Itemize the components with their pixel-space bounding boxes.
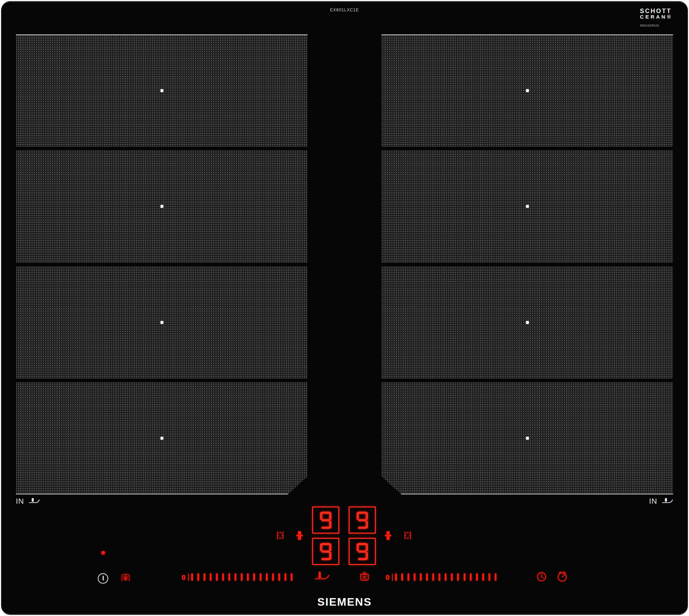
- induction-pan-icon: [662, 497, 673, 505]
- slider-tick: [445, 573, 446, 581]
- flex-zone-right: [381, 34, 673, 494]
- pan-positioning-dot: [526, 89, 529, 92]
- slider-tick: [482, 573, 484, 581]
- cooking-pot-icon[interactable]: [359, 570, 370, 582]
- slider-tick: [439, 573, 440, 581]
- slider-tick: [210, 573, 212, 581]
- slider-tick: [420, 573, 422, 581]
- slider-tick: [204, 573, 205, 581]
- in-label: IN: [649, 497, 657, 506]
- pan-positioning-dot: [526, 205, 529, 208]
- slider-tick: [401, 573, 403, 581]
- schott-text: SCHOTT: [640, 8, 672, 14]
- siemens-logo: SIEMENS: [317, 596, 372, 608]
- slider-tick: [426, 573, 428, 581]
- cooking-zone-band: [16, 150, 308, 263]
- induction-mark-right: IN: [649, 497, 673, 506]
- slider-tick: [432, 573, 434, 581]
- slider-start-tick: [392, 574, 393, 581]
- cooking-zone-band: [381, 34, 673, 147]
- flex-zone-left-icon[interactable]: [276, 530, 285, 541]
- timer-clock-icon[interactable]: [536, 572, 547, 582]
- power-level-display-rear-right[interactable]: [349, 538, 376, 565]
- power-level-display-front-left[interactable]: [312, 506, 339, 534]
- frying-sensor-icon[interactable]: [315, 571, 330, 581]
- slider-tick: [470, 573, 472, 581]
- slider-tick: [266, 573, 268, 581]
- power-level-display-front-right[interactable]: [349, 506, 376, 534]
- slider-tick: [191, 573, 193, 581]
- flex-zone-right-icon[interactable]: [403, 530, 412, 541]
- slider-tick-track: [395, 572, 496, 582]
- slider-zero-label: 0: [182, 574, 186, 581]
- kitchen-timer-icon[interactable]: [556, 571, 568, 582]
- pan-positioning-dot: [161, 205, 163, 208]
- zone-bands-right: [381, 34, 673, 494]
- slider-tick: [197, 573, 199, 581]
- schott-ceran-logo: SCHOTT CERAN® 9001029516: [640, 8, 672, 27]
- cooking-zone-band: [16, 266, 308, 379]
- slider-start-tick: [188, 574, 189, 581]
- slider-tick: [451, 573, 453, 581]
- power-icon: [103, 576, 104, 581]
- induction-mark-left: IN: [16, 497, 40, 506]
- slider-tick: [395, 573, 397, 581]
- ceran-text: CERAN®: [640, 14, 672, 20]
- power-slider-left[interactable]: 0: [182, 572, 292, 582]
- power-slider-right[interactable]: 0: [385, 572, 496, 582]
- model-number: EX601LXC1E: [330, 8, 359, 12]
- slider-tick: [489, 573, 490, 581]
- slider-tick: [228, 573, 230, 581]
- power-button[interactable]: [98, 573, 108, 584]
- pan-presence-right-icon[interactable]: [384, 531, 392, 540]
- slider-tick-track: [191, 572, 292, 582]
- cooking-zone-band: [16, 382, 308, 494]
- slider-tick: [222, 573, 224, 581]
- induction-cooktop: EX601LXC1E SCHOTT CERAN® 9001029516 IN I…: [0, 0, 689, 616]
- pan-positioning-dot: [526, 321, 529, 324]
- zone-bands-left: [16, 34, 308, 494]
- pan-presence-left-icon[interactable]: [296, 531, 303, 540]
- cooking-zone-band: [381, 150, 673, 263]
- pan-positioning-dot: [161, 321, 163, 324]
- pan-positioning-dot: [161, 89, 163, 92]
- slider-tick: [408, 573, 409, 581]
- slider-tick: [272, 573, 274, 581]
- flex-zone-left: [16, 34, 308, 494]
- glass-serial-number: 9001029516: [640, 24, 672, 27]
- slider-tick: [253, 573, 255, 581]
- slider-tick: [235, 573, 236, 581]
- wipe-protection-button[interactable]: [121, 573, 130, 582]
- slider-tick: [260, 573, 261, 581]
- slider-tick: [241, 573, 243, 581]
- main-power-led: [101, 551, 105, 555]
- induction-pan-icon: [29, 497, 40, 505]
- slider-tick: [476, 573, 478, 581]
- slider-zero-label: 0: [385, 574, 390, 581]
- pan-positioning-dot: [526, 437, 529, 440]
- slider-tick: [216, 573, 218, 581]
- cooking-zone-band: [381, 382, 673, 494]
- slider-tick: [278, 573, 280, 581]
- pan-positioning-dot: [161, 437, 163, 440]
- slider-tick: [457, 573, 459, 581]
- in-label: IN: [16, 497, 24, 506]
- cooking-zone-band: [16, 34, 308, 147]
- slider-tick: [291, 573, 292, 581]
- slider-tick: [285, 573, 286, 581]
- slider-tick: [247, 573, 249, 581]
- slider-tick: [414, 573, 415, 581]
- slider-tick: [464, 573, 465, 581]
- cooking-zone-band: [381, 266, 673, 379]
- slider-tick: [495, 573, 496, 581]
- power-level-display-rear-left[interactable]: [312, 538, 339, 565]
